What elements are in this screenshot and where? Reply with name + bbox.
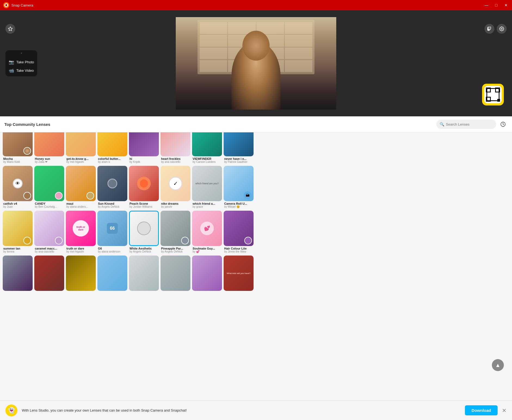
lens-info: Honey sun by Zalia ❤ — [34, 156, 64, 164]
list-item[interactable] — [161, 256, 190, 299]
list-item[interactable]: Sun Kissed by Angelo DeNick — [97, 166, 127, 209]
lens-info — [66, 291, 96, 299]
list-item[interactable]: 👁 catfish v4 by Juan — [3, 166, 33, 209]
list-item[interactable]: CANDY by Ben Courtwig... — [34, 166, 64, 209]
lens-author — [161, 295, 190, 298]
list-item[interactable]: Honey sun by Zalia ❤ — [34, 132, 64, 164]
lens-author: by Jinnie the Wew — [224, 250, 253, 253]
lens-name — [193, 292, 221, 295]
app-logo — [3, 2, 9, 8]
lens-name: colorful butter... — [98, 157, 127, 160]
list-item[interactable]: White Aesthetic by Angelo DeNick — [129, 211, 159, 254]
lens-author: by Mikael 😊 — [224, 205, 253, 208]
collapse-arrow[interactable]: ˅ — [9, 52, 34, 56]
titlebar: Snap Camera — □ ✕ — [0, 0, 512, 10]
lens-author: by Patrick Gauthier — [224, 160, 253, 163]
lens-name: nike dreams — [161, 202, 190, 205]
list-item[interactable]: Pineapple Par... by Angelo DeNick — [161, 211, 190, 254]
take-photo-button[interactable]: 📷 Take Photo — [9, 58, 34, 66]
maximize-button[interactable]: □ — [494, 2, 499, 8]
lens-info: summer tan by kenna — [3, 246, 33, 254]
lens-author: by Juan — [3, 205, 32, 208]
lens-thumbnail — [97, 166, 127, 201]
list-item[interactable]: never have i e... by Patrick Gauthier — [224, 132, 254, 164]
search-box[interactable]: 🔍 — [436, 120, 496, 129]
list-item[interactable]: maui by alana anders... — [66, 166, 96, 209]
lens-author: by kenna — [3, 250, 32, 253]
notification-close-button[interactable]: ✕ — [502, 407, 507, 414]
lens-thumbnail — [66, 166, 96, 201]
lens-grid: Mocha by Mario Kidd Honey sun by Zalia ❤… — [0, 132, 512, 419]
list-item[interactable]: Mocha by Mario Kidd — [3, 132, 33, 164]
lens-thumbnail — [192, 132, 222, 156]
list-item[interactable]: Peach Scone by Jordan Williams — [129, 166, 159, 209]
list-item[interactable] — [192, 256, 222, 299]
list-item[interactable]: 💕 Soulmate Guy... by 💕 — [192, 211, 222, 254]
lens-thumbnail — [129, 166, 159, 201]
lens-info — [161, 291, 190, 299]
lens-author: by Zalia ❤ — [35, 160, 64, 163]
list-item[interactable]: Hair Colour Lite by Jinnie the Wew — [224, 211, 254, 254]
history-button[interactable] — [498, 120, 508, 129]
lens-info: never have i e... by Patrick Gauthier — [224, 156, 254, 164]
scroll-up-button[interactable]: ▲ — [492, 359, 504, 371]
camera-feed — [176, 17, 336, 110]
lens-thumbnail: 💕 — [192, 211, 222, 246]
lens-author — [224, 295, 253, 298]
lens-info — [129, 291, 159, 299]
list-item[interactable]: truth or dare truth or dare by mei higas… — [66, 211, 96, 254]
lens-name: get-to-know g... — [66, 157, 95, 160]
lens-author — [193, 295, 221, 298]
list-item[interactable]: caramel macc... by ana casciello — [34, 211, 64, 254]
lens-info: colorful butter... by aram k — [97, 156, 127, 164]
lens-thumbnail — [34, 256, 64, 291]
list-item[interactable]: 🏔 Camera Roll U... by Mikael 😊 — [224, 166, 254, 209]
lens-info: Camera Roll U... by Mikael 😊 — [224, 201, 254, 209]
lens-thumbnail: 🏔 — [224, 166, 254, 201]
favorite-button[interactable] — [5, 24, 15, 34]
lens-info: truth or dare by mei higashi — [66, 246, 96, 254]
list-item[interactable]: What kids will you have? — [224, 256, 254, 299]
lens-thumbnail — [34, 166, 64, 201]
list-item[interactable]: VIEWFINDER by Carson Lueders — [192, 132, 222, 164]
lens-info: Hair Colour Lite by Jinnie the Wew — [224, 246, 254, 254]
take-video-label: Take Video — [16, 69, 34, 73]
download-button[interactable]: Download — [465, 405, 498, 415]
titlebar-left: Snap Camera — [3, 2, 33, 8]
search-input[interactable] — [446, 122, 489, 126]
lens-author: by aram k — [98, 160, 127, 163]
camera-area: ˅ 📷 Take Photo 📹 Take Video — [0, 10, 512, 116]
lens-author: by alana anders... — [66, 205, 95, 208]
app-title: Snap Camera — [11, 3, 33, 7]
list-item[interactable]: which friend are you? which friend a... … — [192, 166, 222, 209]
lens-name: Pineapple Par... — [161, 247, 190, 250]
list-item[interactable] — [3, 256, 33, 299]
lens-info: White Aesthetic by Angelo DeNick — [129, 246, 159, 254]
list-item[interactable] — [34, 256, 64, 299]
list-item[interactable]: ✓ nike dreams by jaeuhr — [161, 166, 190, 209]
minimize-button[interactable]: — — [484, 2, 489, 8]
list-item[interactable]: summer tan by kenna — [3, 211, 33, 254]
lens-name: caramel macc... — [35, 247, 64, 250]
close-button[interactable]: ✕ — [503, 2, 509, 8]
take-video-button[interactable]: 📹 Take Video — [9, 67, 34, 74]
lens-thumbnail: truth or dare — [66, 211, 96, 246]
list-item[interactable]: heart freckles by ana casciello — [161, 132, 190, 164]
titlebar-controls: — □ ✕ — [484, 2, 509, 8]
settings-button[interactable] — [497, 24, 507, 34]
twitch-button[interactable] — [485, 24, 494, 34]
search-icon: 🔍 — [440, 122, 444, 126]
lens-info: caramel macc... by ana casciello — [34, 246, 64, 254]
list-item[interactable] — [129, 256, 159, 299]
list-item[interactable]: 66 G6 by alana anderson — [97, 211, 127, 254]
camera-icon: 📷 — [9, 60, 14, 65]
list-item[interactable]: get-to-know g... by mei higashi — [66, 132, 96, 164]
list-item[interactable]: colorful butter... by aram k — [97, 132, 127, 164]
lens-author: by mei higashi — [66, 160, 95, 163]
list-item[interactable]: hi by Kriptk — [129, 132, 159, 164]
svg-marker-1 — [8, 27, 13, 31]
list-item[interactable] — [97, 256, 127, 299]
lens-name: VIEWFINDER — [193, 157, 221, 160]
search-bar-area: Top Community Lenses 🔍 — [0, 116, 512, 132]
list-item[interactable] — [66, 256, 96, 299]
